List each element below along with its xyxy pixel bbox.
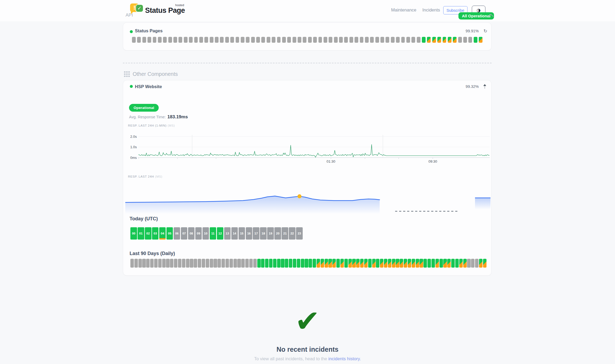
hour-block[interactable]: 01 [138,227,144,240]
uptime-bar[interactable] [221,259,225,268]
hour-block[interactable]: 04 [159,227,166,240]
uptime-bar[interactable] [215,37,219,43]
uptime-bar[interactable] [273,259,277,268]
uptime-bar[interactable] [364,259,368,268]
uptime-bar[interactable] [281,259,284,268]
uptime-bar[interactable] [384,259,387,268]
uptime-bar[interactable] [468,37,472,43]
component-name[interactable]: HSP Website [135,84,162,89]
brand-logo[interactable]: ! ✓ hosted Status Page [130,3,185,15]
uptime-bar[interactable] [298,37,301,43]
uptime-bar[interactable] [282,37,286,43]
response-time-chart-24h[interactable] [125,186,491,216]
uptime-bar[interactable] [303,37,306,43]
uptime-bar[interactable] [256,37,260,43]
uptime-bar[interactable] [229,259,233,268]
uptime-bar[interactable] [386,37,389,43]
uptime-bar[interactable] [272,37,275,43]
uptime-bar[interactable] [246,37,250,43]
hour-block[interactable]: 06 [174,227,180,240]
uptime-bar[interactable] [241,259,245,268]
uptime-bar[interactable] [225,37,229,43]
uptime-bar[interactable] [158,259,162,268]
uptime-bar[interactable] [305,259,308,268]
uptime-bar[interactable] [423,259,427,268]
hour-block[interactable]: 22 [289,227,295,240]
uptime-bar[interactable] [265,259,268,268]
uptime-bar[interactable] [349,37,353,43]
uptime-bar[interactable] [352,259,356,268]
uptime-bar[interactable] [163,37,167,43]
uptime-bar[interactable] [194,37,198,43]
uptime-bar[interactable] [132,37,136,43]
uptime-bar[interactable] [220,37,224,43]
uptime-bar[interactable] [474,37,477,43]
uptime-bar[interactable] [388,259,391,268]
uptime-bar[interactable] [321,259,324,268]
uptime-bar[interactable] [479,259,482,268]
uptime-bar[interactable] [451,259,455,268]
uptime-bar[interactable] [443,37,446,43]
uptime-bar[interactable] [368,259,372,268]
hour-block[interactable]: 23 [296,227,303,240]
uptime-bar[interactable] [198,259,201,268]
uptime-bar[interactable] [162,259,166,268]
uptime-bar[interactable] [348,259,352,268]
uptime-bar[interactable] [325,259,328,268]
uptime-bar[interactable] [289,259,292,268]
uptime-bar[interactable] [483,259,486,268]
uptime-bar[interactable] [130,259,134,268]
uptime-bar[interactable] [138,259,142,268]
uptime-bar[interactable] [427,259,431,268]
uptime-bar[interactable] [173,37,177,43]
uptime-bar[interactable] [406,37,410,43]
uptime-bar[interactable] [213,259,217,268]
hour-block[interactable]: 13 [224,227,231,240]
uptime-bar[interactable] [375,37,379,43]
uptime-bar[interactable] [339,37,343,43]
uptime-bar[interactable] [317,259,320,268]
uptime-bar[interactable] [134,259,138,268]
uptime-bar[interactable] [417,37,421,43]
uptime-bar[interactable] [269,259,273,268]
uptime-bar[interactable] [416,259,419,268]
uptime-bar[interactable] [267,37,270,43]
uptime-bar[interactable] [479,37,482,43]
uptime-bar[interactable] [146,259,150,268]
uptime-bar[interactable] [293,37,296,43]
uptime-bar[interactable] [313,37,317,43]
uptime-bar[interactable] [168,37,172,43]
hour-block[interactable]: 16 [246,227,252,240]
uptime-bar[interactable] [471,259,474,268]
hour-block[interactable]: 09 [195,227,202,240]
uptime-bar[interactable] [329,37,332,43]
uptime-bar[interactable] [241,37,244,43]
uptime-bar[interactable] [251,37,255,43]
hour-block[interactable]: 15 [239,227,245,240]
uptime-bar[interactable] [437,37,441,43]
uptime-bar[interactable] [324,37,327,43]
uptime-bar[interactable] [293,259,296,268]
uptime-bar[interactable] [336,259,340,268]
uptime-bar[interactable] [396,259,399,268]
uptime-bar[interactable] [236,37,239,43]
uptime-bar[interactable] [158,37,162,43]
nav-incidents[interactable]: Incidents [422,7,440,13]
up-arrow-icon[interactable] [483,84,487,89]
uptime-bar[interactable] [154,259,158,268]
uptime-bar[interactable] [178,259,181,268]
uptime-bar[interactable] [443,259,447,268]
uptime-bar[interactable] [285,259,288,268]
uptime-bar[interactable] [233,259,237,268]
uptime-bar[interactable] [391,37,395,43]
chevron-up-icon[interactable] [488,14,494,17]
hour-block[interactable]: 02 [145,227,151,240]
uptime-bar[interactable] [189,37,193,43]
uptime-bar[interactable] [453,37,457,43]
uptime-bar[interactable] [182,259,185,268]
uptime-bar[interactable] [199,37,203,43]
uptime-bar[interactable] [237,259,241,268]
uptime-bar[interactable] [147,37,151,43]
uptime-bar[interactable] [401,37,405,43]
uptime-bar[interactable] [458,37,462,43]
